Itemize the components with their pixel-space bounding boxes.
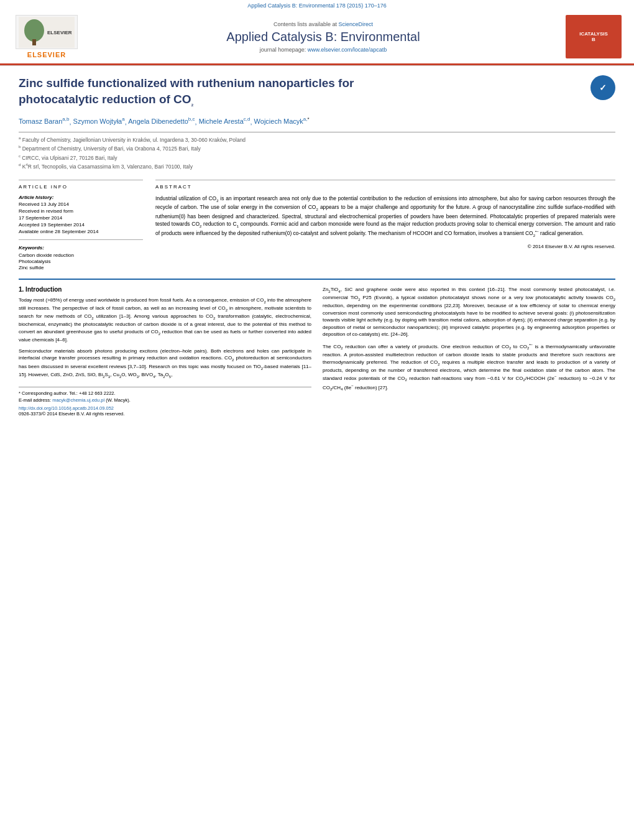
abstract-text: Industrial utilization of CO2 is an impo… xyxy=(155,195,615,239)
keyword-1: Carbon dioxide reduction xyxy=(19,252,143,258)
author-4: Michele Arestac,d xyxy=(199,118,250,125)
received-date: Received 13 July 2014 xyxy=(19,201,143,207)
available-date: Available online 28 September 2014 xyxy=(19,229,143,234)
abstract-section: ABSTRACT Industrial utilization of CO2 i… xyxy=(155,180,615,249)
doi-line: http://dx.doi.org/10.1016/j.apcatb.2014.… xyxy=(19,405,311,411)
author-3: Angela Dibenedettob,c xyxy=(128,118,195,125)
journal-banner: Applied Catalysis B: Environmental 178 (… xyxy=(0,0,634,66)
article-info-col: ARTICLE INFO Article history: Received 1… xyxy=(19,180,143,271)
contents-line: Contents lists available at ScienceDirec… xyxy=(81,21,566,27)
intro-para-2: Semiconductor materials absorb photons p… xyxy=(19,348,311,379)
right-para-1: Zn2TiO4, SiC and graphene oxide were als… xyxy=(323,286,615,339)
homepage-line: journal homepage: www.elsevier.com/locat… xyxy=(81,47,566,53)
journal-header: ELSEVIER ELSEVIER Contents lists availab… xyxy=(0,10,634,63)
journal-citation: Applied Catalysis B: Environmental 178 (… xyxy=(0,0,634,10)
left-body-col: 1. Introduction Today most (>85%) of ene… xyxy=(19,286,311,417)
svg-point-1 xyxy=(24,19,44,42)
affil-a: a Faculty of Chemistry, Jagiellonian Uni… xyxy=(19,136,615,144)
divider xyxy=(19,239,143,240)
intro-para-1: Today most (>85%) of energy used worldwi… xyxy=(19,297,311,344)
footnotes: * Corresponding author. Tel.: +48 12 663… xyxy=(19,387,311,417)
keyword-3: Zinc sulfide xyxy=(19,265,143,270)
copyright-line: © 2014 Elsevier B.V. All rights reserved… xyxy=(155,244,615,249)
footnote-email: E-mail address: macyk@chemia.uj.edu.pl (… xyxy=(19,397,311,403)
svg-rect-2 xyxy=(32,39,36,45)
revised-date: 17 September 2014 xyxy=(19,215,143,221)
abstract-col: ABSTRACT Industrial utilization of CO2 i… xyxy=(155,180,615,271)
crossmark-logo[interactable]: ✓ xyxy=(590,75,615,100)
affil-d: d K4R srl, Tecnopolis, via Casamassima k… xyxy=(19,162,615,171)
article-info-box: ARTICLE INFO Article history: Received 1… xyxy=(19,180,143,270)
email-link[interactable]: macyk@chemia.uj.edu.pl xyxy=(52,397,104,403)
journal-title-center: Contents lists available at ScienceDirec… xyxy=(81,21,566,53)
authors-line: Tomasz Barana,b, Szymon Wojtyłaa, Angela… xyxy=(19,116,615,127)
keyword-2: Photocatalysis xyxy=(19,259,143,264)
elsevier-logo: ELSEVIER ELSEVIER xyxy=(12,15,81,58)
article-title-section: Zinc sulfide functionalized with rutheni… xyxy=(19,75,615,108)
article-info-heading: ARTICLE INFO xyxy=(19,184,143,190)
footnote-corresponding: * Corresponding author. Tel.: +48 12 663… xyxy=(19,390,311,396)
svg-text:ELSEVIER: ELSEVIER xyxy=(47,30,72,35)
author-2: Szymon Wojtyłaa xyxy=(73,118,125,125)
main-content: Zinc sulfide functionalized with rutheni… xyxy=(0,66,634,429)
article-title: Zinc sulfide functionalized with rutheni… xyxy=(19,75,590,108)
elsevier-name: ELSEVIER xyxy=(27,51,66,58)
catalysis-logo: ICATALYSISB xyxy=(566,15,622,58)
issn-line: 0926-3373/© 2014 Elsevier B.V. All right… xyxy=(19,411,311,417)
elsevier-image: ELSEVIER xyxy=(16,15,78,49)
sciencedirect-link[interactable]: ScienceDirect xyxy=(339,21,374,27)
article-info-abstract: ARTICLE INFO Article history: Received 1… xyxy=(19,180,615,271)
homepage-link[interactable]: www.elsevier.com/locate/apcatb xyxy=(308,47,387,53)
section-1-title: 1. Introduction xyxy=(19,286,311,293)
right-body-col: Zn2TiO4, SiC and graphene oxide were als… xyxy=(323,286,615,417)
blue-divider xyxy=(19,279,615,280)
body-columns: 1. Introduction Today most (>85%) of ene… xyxy=(19,286,615,417)
affil-b: b Department of Chemistry, University of… xyxy=(19,144,615,153)
author-5: Wojciech Macyka,* xyxy=(254,118,310,125)
affil-c: c CIRCC, via Ulpisani 27, 70126 Bari, It… xyxy=(19,154,615,162)
right-para-2: The CO2 reduction can offer a variety of… xyxy=(323,342,615,392)
accepted-date: Accepted 19 September 2014 xyxy=(19,222,143,228)
author-1: Tomasz Barana,b xyxy=(19,118,69,125)
red-divider xyxy=(0,63,634,65)
keywords-label: Keywords: xyxy=(19,245,143,251)
received-revised-label: Received in revised form xyxy=(19,208,143,214)
journal-main-title: Applied Catalysis B: Environmental xyxy=(81,30,566,44)
history-label: Article history: xyxy=(19,195,143,200)
affiliations: a Faculty of Chemistry, Jagiellonian Uni… xyxy=(19,132,615,171)
abstract-heading: ABSTRACT xyxy=(155,184,615,190)
